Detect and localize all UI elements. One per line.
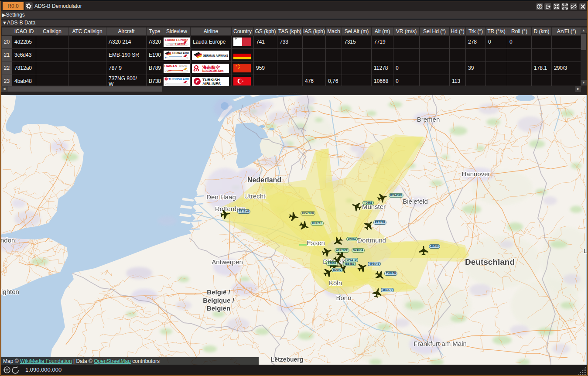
svg-text:DREAM: DREAM	[179, 65, 187, 67]
svg-text:400c40: 400c40	[369, 263, 379, 266]
svg-text:KLM71F: KLM71F	[312, 222, 322, 225]
svg-text:CRV2030: CRV2030	[302, 212, 314, 215]
svg-text:Bonn: Bonn	[336, 294, 351, 301]
svg-text:Bielefeld: Bielefeld	[403, 198, 428, 205]
svg-text:Utrecht: Utrecht	[244, 192, 266, 200]
svg-text:AIRLINES: AIRLINES	[202, 82, 221, 86]
svg-text:ighton: ighton	[1, 288, 19, 295]
svg-text:AFR78CF: AFR78CF	[336, 249, 348, 252]
svg-text:TYR67H: TYR67H	[386, 272, 396, 275]
svg-text:Lauda Europe: Lauda Europe	[165, 38, 188, 42]
svg-text:7812a0: 7812a0	[239, 210, 249, 213]
svg-text:GPX8TD: GPX8TD	[346, 259, 356, 262]
svg-text:GERMAN AIRW: GERMAN AIRW	[172, 51, 189, 54]
svg-text:4EE4B3: 4EE4B3	[344, 263, 354, 266]
svg-text:Köln: Köln	[329, 279, 342, 287]
svg-text:Frankfurt am Main: Frankfurt am Main	[414, 340, 467, 347]
svg-text:4b5279: 4b5279	[382, 289, 392, 292]
svg-text:RJU02: RJU02	[333, 269, 341, 272]
svg-text:?: ?	[538, 4, 541, 9]
svg-text:RTI7FR: RTI7FR	[375, 221, 385, 224]
svg-text:België /: België /	[207, 288, 230, 296]
svg-text:40758: 40758	[430, 245, 438, 248]
svg-text:Antwerpen: Antwerpen	[212, 258, 243, 266]
svg-text:TCGR5: TCGR5	[364, 202, 372, 205]
svg-text:海南航空: 海南航空	[202, 65, 220, 70]
svg-text:GERMAN AIRWAYS: GERMAN AIRWAYS	[203, 54, 228, 58]
svg-text:SVA034: SVA034	[353, 249, 363, 252]
svg-text:HAINAN: HAINAN	[164, 64, 177, 68]
svg-text:FIN5M: FIN5M	[328, 262, 336, 265]
svg-text:L: L	[584, 247, 587, 254]
svg-text:Nederland: Nederland	[247, 176, 281, 184]
svg-text:Belgien: Belgien	[207, 304, 230, 312]
svg-text:Den Haag: Den Haag	[206, 193, 236, 201]
svg-text:DMHAD: DMHAD	[348, 238, 356, 241]
svg-text:Belgique /: Belgique /	[203, 297, 235, 304]
svg-text:Deutschland: Deutschland	[465, 257, 515, 267]
svg-text:Dortmund: Dortmund	[357, 236, 386, 244]
svg-text:Hannover: Hannover	[462, 170, 490, 178]
svg-text:TURKISH AIRL: TURKISH AIRL	[168, 78, 190, 81]
svg-text:Lëtzebuerg: Lëtzebuerg	[271, 356, 304, 363]
svg-text:RYR49MX: RYR49MX	[390, 194, 402, 197]
svg-text:LAUDA: LAUDA	[175, 43, 185, 46]
svg-text:ndon: ndon	[1, 236, 15, 244]
svg-text:Bremen: Bremen	[417, 116, 440, 123]
svg-text:HAINAN AIRLINES: HAINAN AIRLINES	[202, 70, 224, 72]
svg-text:Essen: Essen	[307, 239, 325, 246]
